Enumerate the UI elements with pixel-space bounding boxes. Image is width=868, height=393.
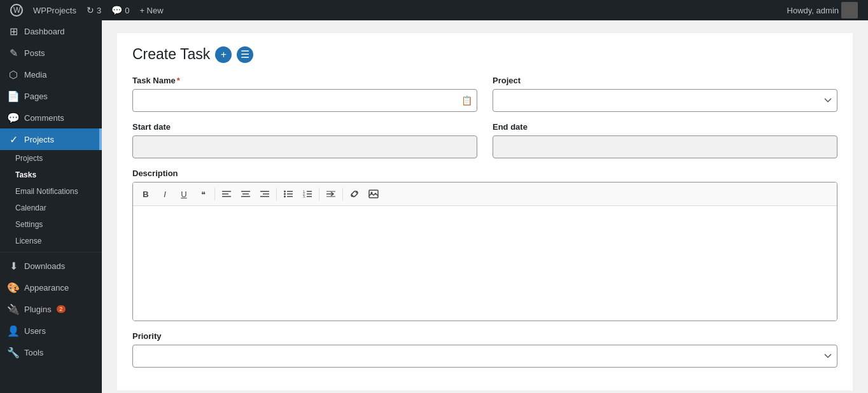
appearance-icon: 🎨 [8,282,19,293]
dashboard-icon: ⊞ [8,25,19,37]
sidebar-item-plugins[interactable]: 🔌 Plugins 2 [0,298,102,320]
svg-text:W: W [13,6,21,15]
align-left-button[interactable] [218,185,235,203]
ltr-button[interactable] [322,185,340,203]
sidebar-item-projects-list[interactable]: Projects [0,150,102,167]
end-date-input[interactable] [493,135,837,158]
svg-text:3.: 3. [303,195,305,198]
align-center-button[interactable] [237,185,255,203]
sidebar-item-downloads[interactable]: ⬇ Downloads [0,255,102,277]
updates[interactable]: ↻ 3 [81,0,106,20]
ol-button[interactable]: 1.2.3. [298,185,316,203]
users-icon: 👤 [8,325,19,336]
end-date-label: End date [493,122,837,132]
media-icon: ⬡ [8,69,19,80]
tools-icon: 🔧 [8,347,19,358]
task-name-calendar-icon: 📋 [461,95,472,106]
new-content[interactable]: + New [134,0,168,20]
priority-section: Priority [132,331,837,368]
sidebar-item-dashboard[interactable]: ⊞ Dashboard [0,20,102,42]
start-date-label: Start date [132,122,477,132]
image-button[interactable] [365,185,382,203]
admin-right: Howdy, admin [782,0,863,20]
admin-bar: W WPProjects ↻ 3 💬 0 + New Howdy, admin [0,0,868,20]
sidebar-item-media[interactable]: ⬡ Media [0,64,102,85]
page-title: Create Task + ☰ [132,46,837,63]
italic-button[interactable]: I [156,185,174,203]
toolbar-sep-3 [319,188,319,200]
admin-menu: ⊞ Dashboard ✎ Posts ⬡ Media 📄 Pages 💬 Co… [0,20,102,393]
sidebar-item-comments[interactable]: 💬 Comments [0,107,102,128]
comments-icon: 💬 [8,112,19,123]
plugins-icon: 🔌 [8,303,19,315]
toolbar-sep-1 [214,188,215,200]
underline-button[interactable]: U [175,185,193,203]
sidebar-item-settings[interactable]: Settings [0,216,102,233]
add-task-icon[interactable]: + [215,46,232,63]
avatar [841,2,858,18]
sidebar-item-pages[interactable]: 📄 Pages [0,85,102,107]
site-name[interactable]: WPProjects [28,0,81,20]
end-date-group: End date [493,122,837,158]
description-section: Description B I U ❝ [132,169,837,321]
main-content: Create Task + ☰ Task Name* 📋 Project [102,20,868,393]
editor-toolbar: B I U ❝ [133,183,837,206]
projects-submenu: Projects Tasks Email Notifications Calen… [0,150,102,249]
svg-point-13 [284,196,286,198]
align-right-button[interactable] [256,185,274,203]
bold-button[interactable]: B [137,185,155,203]
project-label: Project [493,76,837,85]
start-date-input[interactable] [132,135,477,158]
svg-point-12 [284,193,286,195]
priority-select[interactable] [132,345,837,368]
start-date-group: Start date [132,122,477,158]
sidebar-item-license[interactable]: License [0,233,102,249]
list-tasks-icon[interactable]: ☰ [237,46,253,63]
svg-point-11 [284,191,286,193]
pages-icon: 📄 [8,90,19,102]
task-name-group: Task Name* 📋 [132,76,477,112]
sidebar-item-email-notifications[interactable]: Email Notifications [0,183,102,200]
task-name-label: Task Name* [132,76,477,85]
task-name-input[interactable] [132,89,477,112]
sidebar-item-posts[interactable]: ✎ Posts [0,42,102,64]
sidebar-item-tasks[interactable]: Tasks [0,167,102,183]
projects-icon: ✓ [8,134,19,145]
blockquote-button[interactable]: ❝ [194,185,212,203]
sidebar-item-calendar[interactable]: Calendar [0,200,102,216]
required-star: * [177,76,180,85]
page-wrap: Create Task + ☰ Task Name* 📋 Project [117,33,853,390]
ul-button[interactable] [279,185,297,203]
posts-icon: ✎ [8,47,19,59]
howdy[interactable]: Howdy, admin [782,0,863,20]
sidebar-item-appearance[interactable]: 🎨 Appearance [0,277,102,298]
toolbar-sep-4 [342,188,343,200]
description-label: Description [132,169,837,178]
task-name-wrap: 📋 [132,89,477,112]
comments[interactable]: 💬 0 [106,0,134,20]
sidebar-item-users[interactable]: 👤 Users [0,320,102,341]
row-dates: Start date End date [132,122,837,158]
toolbar-sep-2 [276,188,277,200]
downloads-icon: ⬇ [8,260,19,272]
project-select[interactable] [493,89,837,112]
description-editor[interactable] [133,206,837,321]
sidebar-item-projects[interactable]: ✓ Projects [0,128,102,150]
wp-logo[interactable]: W [5,0,28,20]
priority-label: Priority [132,331,837,341]
sidebar-item-tools[interactable]: 🔧 Tools [0,341,102,363]
plugins-badge: 2 [57,305,66,313]
project-group: Project [493,76,837,112]
row-task-project: Task Name* 📋 Project [132,76,837,112]
link-button[interactable] [346,185,363,203]
editor-wrap: B I U ❝ [132,182,837,321]
